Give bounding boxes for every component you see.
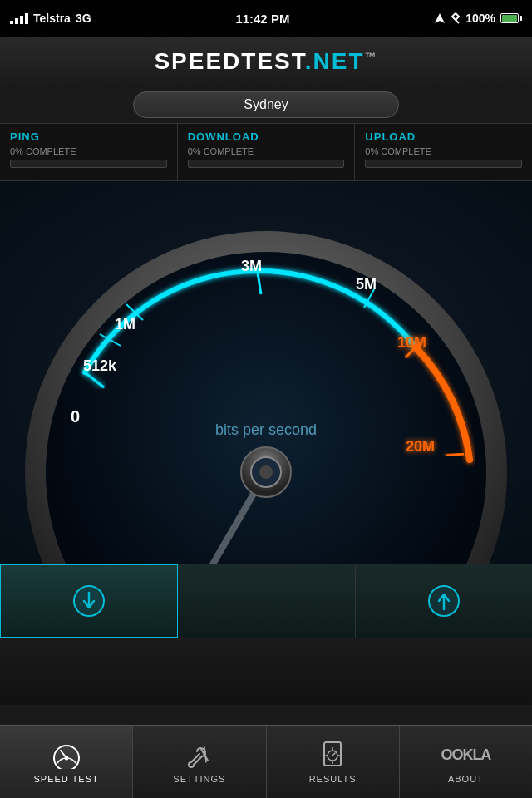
upload-bar-bg <box>365 160 522 168</box>
tab-about[interactable]: OOKLA ABOUT <box>400 726 532 798</box>
title-main: SPEEDTEST <box>154 48 304 74</box>
svg-point-14 <box>259 466 273 479</box>
gauge-label-10m: 10M <box>397 334 426 351</box>
stats-bar: PING 0% COMPLETE DOWNLOAD 0% COMPLETE UP… <box>0 123 532 181</box>
svg-point-19 <box>64 756 68 760</box>
tab-results-label: RESULTS <box>309 774 357 784</box>
tab-about-label: ABOUT <box>448 774 484 784</box>
gauge-label-512k: 512k <box>83 357 117 374</box>
navigation-icon <box>434 12 446 24</box>
gauge-area: 0 512k 1M 3M 5M 10M 20M bits per second <box>0 181 532 564</box>
svg-marker-0 <box>435 13 445 23</box>
tab-about-icon-wrap: OOKLA <box>447 741 484 771</box>
battery-percent: 100% <box>466 12 495 25</box>
tab-settings-label: SETTINGS <box>173 774 225 784</box>
gauge-label-20m: 20M <box>406 438 435 455</box>
tab-speed-test-icon-wrap <box>48 741 85 771</box>
signal-bars <box>10 13 28 24</box>
gauge-label-0: 0 <box>71 407 80 426</box>
results-icon <box>319 741 346 771</box>
download-label: DOWNLOAD <box>188 131 345 143</box>
server-selector[interactable]: Sydney <box>133 91 399 118</box>
svg-line-21 <box>204 747 206 762</box>
battery-icon <box>500 13 522 23</box>
status-right: 100% <box>434 12 522 25</box>
trademark: ™ <box>365 49 378 62</box>
gauge-label-3m: 3M <box>241 258 262 274</box>
upload-icon <box>426 583 462 619</box>
upload-btn[interactable] <box>356 564 532 638</box>
tab-results-icon-wrap <box>314 741 351 771</box>
tab-speed-test[interactable]: SPEED TEST <box>0 726 133 798</box>
download-icon <box>71 583 107 619</box>
status-left: Telstra 3G <box>10 12 91 25</box>
info-area <box>0 638 532 705</box>
app-title: SPEEDTEST.NET™ <box>154 48 377 75</box>
download-btn[interactable] <box>0 564 178 638</box>
ookla-logo: OOKLA <box>441 746 490 764</box>
middle-ctrl[interactable] <box>178 564 355 638</box>
tab-results[interactable]: RESULTS <box>267 726 400 798</box>
tab-bar: SPEED TEST SETTINGS RESU <box>0 725 532 798</box>
tab-speed-test-label: SPEED TEST <box>33 774 98 784</box>
wrench-icon <box>185 742 214 769</box>
time-display: 11:42 PM <box>235 12 289 26</box>
svg-line-9 <box>446 454 464 456</box>
ping-bar-bg <box>10 160 167 168</box>
download-col: DOWNLOAD 0% COMPLETE <box>178 124 356 180</box>
ping-complete: 0% COMPLETE <box>10 146 167 156</box>
upload-complete: 0% COMPLETE <box>365 146 522 156</box>
gauge-unit-label: bits per second <box>215 421 317 438</box>
bluetooth-icon <box>451 12 461 25</box>
speedometer-icon <box>51 742 82 769</box>
tab-settings-icon-wrap <box>181 741 218 771</box>
ping-label: PING <box>10 131 167 143</box>
download-bar-bg <box>188 160 345 168</box>
network-label: 3G <box>76 12 91 25</box>
gauge-label-5m: 5M <box>356 276 377 293</box>
status-bar: Telstra 3G 11:42 PM 100% <box>0 0 532 37</box>
bottom-controls <box>0 564 532 638</box>
speedometer-svg: 0 512k 1M 3M 5M 10M 20M bits per second <box>0 181 532 564</box>
gauge-label-1m: 1M <box>115 316 135 332</box>
download-complete: 0% COMPLETE <box>188 146 345 156</box>
ping-col: PING 0% COMPLETE <box>0 124 178 180</box>
app-header: SPEEDTEST.NET™ <box>0 37 532 86</box>
server-location: Sydney <box>244 97 288 111</box>
carrier-label: Telstra <box>33 12 71 25</box>
upload-col: UPLOAD 0% COMPLETE <box>355 124 532 180</box>
tab-settings[interactable]: SETTINGS <box>133 726 266 798</box>
upload-label: UPLOAD <box>365 131 522 143</box>
title-domain: .NET <box>305 48 365 74</box>
server-bar[interactable]: Sydney <box>0 86 532 123</box>
